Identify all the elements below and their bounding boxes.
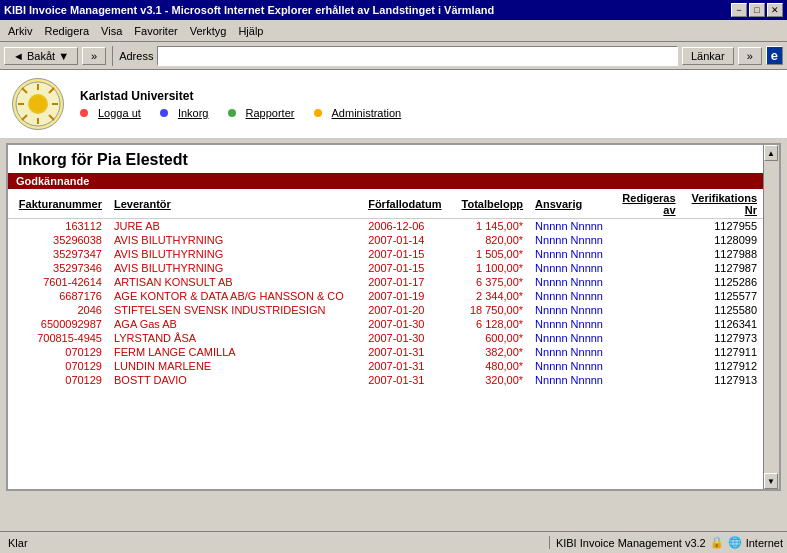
scrollbar[interactable]: ▲ ▼ (763, 145, 779, 489)
header-info: Karlstad Universitet Logga ut Inkorg Rap… (80, 89, 401, 119)
col-ansvarig: Ansvarig (529, 189, 613, 219)
table-row[interactable]: 6687176AGE KONTOR & DATA AB/G HANSSON & … (8, 289, 763, 303)
table-row[interactable]: 7601-42614ARTISAN KONSULT AB2007-01-176 … (8, 275, 763, 289)
close-button[interactable]: ✕ (767, 3, 783, 17)
menu-hjalp[interactable]: Hjälp (232, 23, 269, 39)
address-input[interactable] (157, 46, 678, 66)
globe-icon: 🌐 (728, 536, 742, 549)
logout-link[interactable]: Logga ut (98, 107, 141, 119)
logout-dot (80, 109, 88, 117)
admin-dot (314, 109, 322, 117)
back-button[interactable]: ◄ Bakåt ▼ (4, 47, 78, 65)
address-label: Adress (119, 50, 153, 62)
main-content: Inkorg för Pia Elestedt Godkännande ▲ ▼ … (6, 143, 781, 491)
menu-verktyg[interactable]: Verktyg (184, 23, 233, 39)
status-right: KIBI Invoice Management v3.2 🔒 🌐 Interne… (549, 536, 783, 549)
table-row[interactable]: 070129FERM LANGE CAMILLA2007-01-31382,00… (8, 345, 763, 359)
table-scroll-area: Fakturanummer Leverantör Förfallodatum T… (8, 189, 779, 481)
col-verifikations: VerifikationsNr (682, 189, 763, 219)
links-button[interactable]: Länkar (682, 47, 734, 65)
app-header: Karlstad Universitet Logga ut Inkorg Rap… (0, 70, 787, 139)
col-redigeras: Redigerasav (613, 189, 682, 219)
col-forfall: Förfallodatum (362, 189, 452, 219)
inbox-dot (160, 109, 168, 117)
menu-bar: Arkiv Redigera Visa Favoriter Verktyg Hj… (0, 20, 787, 42)
nav-links: Logga ut Inkorg Rapporter Administration (80, 107, 401, 119)
table-row[interactable]: 6500092987AGA Gas AB2007-01-306 128,00*N… (8, 317, 763, 331)
kibi-status-text: KIBI Invoice Management v3.2 (556, 537, 706, 549)
title-bar: KIBI Invoice Management v3.1 - Microsoft… (0, 0, 787, 20)
menu-arkiv[interactable]: Arkiv (2, 23, 38, 39)
table-row[interactable]: 35296038AVIS BILUTHYRNING2007-01-14820,0… (8, 233, 763, 247)
inbox-link[interactable]: Inkorg (178, 107, 209, 119)
table-row[interactable]: 35297347AVIS BILUTHYRNING2007-01-151 505… (8, 247, 763, 261)
status-bar: Klar KIBI Invoice Management v3.2 🔒 🌐 In… (0, 531, 787, 553)
scroll-down-button[interactable]: ▼ (764, 473, 778, 489)
table-row[interactable]: 35297346AVIS BILUTHYRNING2007-01-151 100… (8, 261, 763, 275)
more-nav-button[interactable]: » (82, 47, 106, 65)
reports-link[interactable]: Rapporter (246, 107, 295, 119)
table-row[interactable]: 070129BOSTT DAVIO2007-01-31320,00*Nnnnn … (8, 373, 763, 387)
col-fakturanummer: Fakturanummer (8, 189, 108, 219)
menu-visa[interactable]: Visa (95, 23, 128, 39)
more-links-button[interactable]: » (738, 47, 762, 65)
minimize-button[interactable]: − (731, 3, 747, 17)
inbox-title: Inkorg för Pia Elestedt (8, 145, 779, 173)
table-row[interactable]: 2046STIFTELSEN SVENSK INDUSTRIDESIGN2007… (8, 303, 763, 317)
table-row[interactable]: 070129LUNDIN MARLENE2007-01-31480,00*Nnn… (8, 359, 763, 373)
zone-label: Internet (746, 537, 783, 549)
maximize-button[interactable]: □ (749, 3, 765, 17)
table-row[interactable]: 163112JURE AB2006-12-061 145,00*Nnnnn Nn… (8, 219, 763, 234)
svg-point-10 (30, 96, 46, 112)
invoices-table: Fakturanummer Leverantör Förfallodatum T… (8, 189, 763, 387)
ie-button[interactable]: e (766, 46, 783, 65)
title-bar-buttons: − □ ✕ (731, 3, 783, 17)
table-row[interactable]: 700815-4945LYRSTAND ÅSA2007-01-30600,00*… (8, 331, 763, 345)
toolbar-separator (112, 46, 113, 66)
scroll-up-button[interactable]: ▲ (764, 145, 778, 161)
lock-icon: 🔒 (710, 536, 724, 549)
status-text: Klar (4, 537, 549, 549)
reports-dot (228, 109, 236, 117)
menu-redigera[interactable]: Redigera (38, 23, 95, 39)
menu-favoriter[interactable]: Favoriter (128, 23, 183, 39)
university-logo (12, 78, 64, 130)
col-totalbelopp: Totalbelopp (452, 189, 529, 219)
university-name: Karlstad Universitet (80, 89, 401, 103)
section-header: Godkännande (8, 173, 779, 189)
title-bar-text: KIBI Invoice Management v3.1 - Microsoft… (4, 4, 494, 16)
toolbar: ◄ Bakåt ▼ » Adress Länkar » e (0, 42, 787, 70)
col-leverantor: Leverantör (108, 189, 362, 219)
admin-link[interactable]: Administration (332, 107, 402, 119)
